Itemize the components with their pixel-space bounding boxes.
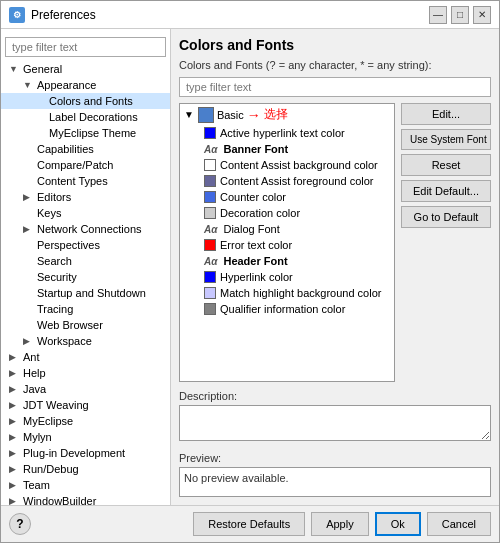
sidebar-item-colors-and-fonts[interactable]: Colors and Fonts <box>1 93 170 109</box>
cancel-button[interactable]: Cancel <box>427 512 491 536</box>
bottom-right-buttons: Restore Defaults Apply Ok Cancel <box>193 512 491 536</box>
tree-item-qualifier-info[interactable]: Qualifier information color <box>180 301 394 317</box>
sidebar-item-label: MyEclipse Theme <box>49 127 136 139</box>
sidebar-item-workspace[interactable]: ▶ Workspace <box>1 333 170 349</box>
tree-item-dialog-font[interactable]: Aα Dialog Font <box>180 221 394 237</box>
sidebar-item-label: Search <box>37 255 72 267</box>
preview-box: No preview available. <box>179 467 491 497</box>
tree-item-content-assist-fg[interactable]: Content Assist foreground color <box>180 173 394 189</box>
font-icon: Aα <box>204 256 217 267</box>
sidebar-item-editors[interactable]: ▶ Editors <box>1 189 170 205</box>
font-icon: Aα <box>204 224 217 235</box>
app-icon: ⚙ <box>9 7 25 23</box>
sidebar-item-search[interactable]: Search <box>1 253 170 269</box>
sidebar-item-label: Label Decorations <box>49 111 138 123</box>
sidebar-item-myeclipse[interactable]: ▶ MyEclipse <box>1 413 170 429</box>
color-swatch <box>204 159 216 171</box>
expand-icon: ▼ <box>9 64 19 74</box>
close-button[interactable]: ✕ <box>473 6 491 24</box>
edit-default-button[interactable]: Edit Default... <box>401 180 491 202</box>
minimize-button[interactable]: — <box>429 6 447 24</box>
sidebar-item-help[interactable]: ▶ Help <box>1 365 170 381</box>
sidebar-item-plugin-development[interactable]: ▶ Plug-in Development <box>1 445 170 461</box>
sidebar-item-content-types[interactable]: Content Types <box>1 173 170 189</box>
expand-icon: ▶ <box>9 464 19 474</box>
expand-icon: ▶ <box>23 224 33 234</box>
sidebar-item-label: Help <box>23 367 46 379</box>
sidebar-item-myeclipse-theme[interactable]: MyEclipse Theme <box>1 125 170 141</box>
sidebar-search-wrap <box>1 33 170 61</box>
sidebar-item-java[interactable]: ▶ Java <box>1 381 170 397</box>
sidebar-item-run-debug[interactable]: ▶ Run/Debug <box>1 461 170 477</box>
tree-item-header-font[interactable]: Aα Header Font <box>180 253 394 269</box>
maximize-button[interactable]: □ <box>451 6 469 24</box>
sidebar-item-general[interactable]: ▼ General <box>1 61 170 77</box>
sidebar-item-windowbuilder[interactable]: ▶ WindowBuilder <box>1 493 170 505</box>
expand-icon: ▶ <box>9 384 19 394</box>
sidebar-item-label: Ant <box>23 351 40 363</box>
sidebar-item-mylyn[interactable]: ▶ Mylyn <box>1 429 170 445</box>
sidebar-item-compare-patch[interactable]: Compare/Patch <box>1 157 170 173</box>
sidebar-item-tracing[interactable]: Tracing <box>1 301 170 317</box>
sidebar-search-input[interactable] <box>5 37 166 57</box>
sidebar-item-security[interactable]: Security <box>1 269 170 285</box>
use-system-font-button[interactable]: Use System Font <box>401 129 491 150</box>
sidebar-item-label: Content Types <box>37 175 108 187</box>
expand-icon: ▶ <box>23 336 33 346</box>
sidebar-item-network-connections[interactable]: ▶ Network Connections <box>1 221 170 237</box>
sidebar-item-label: Compare/Patch <box>37 159 113 171</box>
sidebar-item-label-decorations[interactable]: Label Decorations <box>1 109 170 125</box>
titlebar-left: ⚙ Preferences <box>9 7 96 23</box>
expand-icon: ▶ <box>9 432 19 442</box>
sidebar-item-perspectives[interactable]: Perspectives <box>1 237 170 253</box>
restore-defaults-button[interactable]: Restore Defaults <box>193 512 305 536</box>
tree-item-banner-font[interactable]: Aα Banner Font <box>180 141 394 157</box>
apply-button[interactable]: Apply <box>311 512 369 536</box>
sidebar-item-label: JDT Weaving <box>23 399 89 411</box>
sidebar-item-web-browser[interactable]: Web Browser <box>1 317 170 333</box>
tree-item-error-text[interactable]: Error text color <box>180 237 394 253</box>
description-textarea[interactable] <box>179 405 491 441</box>
tree-item-counter-color[interactable]: Counter color <box>180 189 394 205</box>
go-to-default-button[interactable]: Go to Default <box>401 206 491 228</box>
tree-item-content-assist-bg[interactable]: Content Assist background color <box>180 157 394 173</box>
color-swatch <box>204 239 216 251</box>
sidebar-item-startup-shutdown[interactable]: Startup and Shutdown <box>1 285 170 301</box>
panel-title: Colors and Fonts <box>179 37 491 53</box>
sidebar-item-label: Team <box>23 479 50 491</box>
color-swatch <box>204 271 216 283</box>
description-section: Description: <box>179 390 491 444</box>
help-button[interactable]: ? <box>9 513 31 535</box>
expand-icon: ▶ <box>23 192 33 202</box>
sidebar-item-keys[interactable]: Keys <box>1 205 170 221</box>
sidebar-item-label: WindowBuilder <box>23 495 96 505</box>
preview-label: Preview: <box>179 452 491 464</box>
sidebar-item-appearance[interactable]: ▼ Appearance <box>1 77 170 93</box>
sidebar-item-jdt-weaving[interactable]: ▶ JDT Weaving <box>1 397 170 413</box>
sidebar-item-team[interactable]: ▶ Team <box>1 477 170 493</box>
colors-area: ▼ Basic → 选择 Active hyperlink text color <box>179 103 491 382</box>
reset-button[interactable]: Reset <box>401 154 491 176</box>
preview-section: Preview: No preview available. <box>179 452 491 497</box>
tree-item-decoration-color[interactable]: Decoration color <box>180 205 394 221</box>
sidebar-item-label: Mylyn <box>23 431 52 443</box>
chinese-label: 选择 <box>264 106 288 123</box>
sidebar-item-label: Workspace <box>37 335 92 347</box>
tree-item-match-highlight[interactable]: Match highlight background color <box>180 285 394 301</box>
colors-tree[interactable]: ▼ Basic → 选择 Active hyperlink text color <box>179 103 395 382</box>
sidebar-item-ant[interactable]: ▶ Ant <box>1 349 170 365</box>
edit-button[interactable]: Edit... <box>401 103 491 125</box>
tree-item-active-hyperlink[interactable]: Active hyperlink text color <box>180 125 394 141</box>
ok-button[interactable]: Ok <box>375 512 421 536</box>
bottom-bar: ? Restore Defaults Apply Ok Cancel <box>1 505 499 542</box>
sidebar-item-label: Startup and Shutdown <box>37 287 146 299</box>
colors-filter-input[interactable] <box>179 77 491 97</box>
sidebar-item-capabilities[interactable]: Capabilities <box>1 141 170 157</box>
description-label: Description: <box>179 390 491 402</box>
tree-header-basic[interactable]: ▼ Basic → 选择 <box>180 104 394 125</box>
expand-icon: ▼ <box>23 80 33 90</box>
tree-item-hyperlink-color[interactable]: Hyperlink color <box>180 269 394 285</box>
font-icon: Aα <box>204 144 217 155</box>
action-buttons: Edit... Use System Font Reset Edit Defau… <box>401 103 491 382</box>
main-content: ▼ General ▼ Appearance Colors and Fonts … <box>1 29 499 505</box>
